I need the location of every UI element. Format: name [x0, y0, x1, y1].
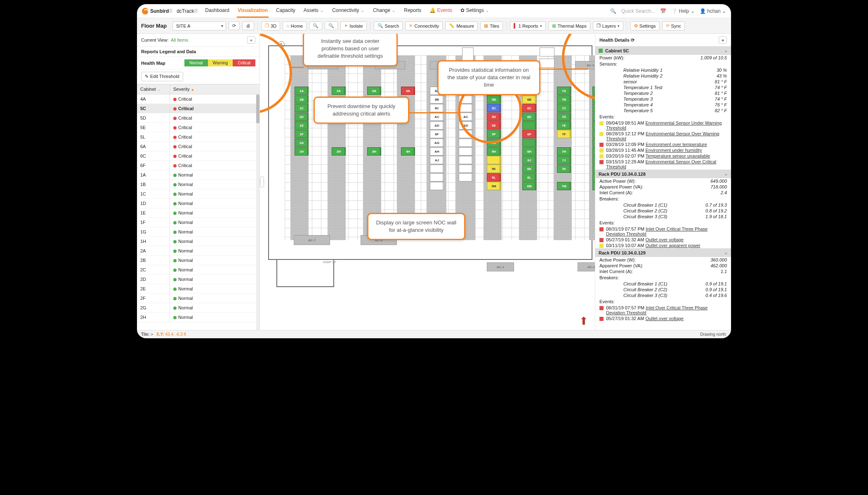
table-row[interactable]: 1HNormal: [137, 237, 259, 246]
home-button[interactable]: ⌂Home: [283, 21, 307, 31]
rack-7B[interactable]: 7B: [557, 95, 571, 104]
rack-7E[interactable]: 7E: [557, 121, 571, 130]
table-row[interactable]: 6FCritical: [137, 161, 259, 170]
event-row[interactable]: 08/31/19 07:57 PM Inlet Over Critical Th…: [595, 226, 731, 237]
rack-1E[interactable]: 1E: [295, 121, 309, 130]
rack-6F[interactable]: 6F: [522, 130, 536, 138]
tab-events[interactable]: 🔔 Events: [429, 4, 453, 18]
event-row[interactable]: 05/27/19 01:32 AM Outlet over voltage: [595, 237, 731, 243]
rack-AJ[interactable]: AJ: [430, 156, 444, 164]
rack-AG[interactable]: AG: [430, 139, 444, 147]
pdu2-section-bar[interactable]: Rack PDU 10.34.0.129⌄: [595, 248, 731, 257]
tab-visualization[interactable]: Visualization: [237, 4, 269, 18]
rack-8J[interactable]: 8J: [592, 156, 595, 164]
rack-blank[interactable]: [459, 130, 473, 138]
tab-reports[interactable]: Reports: [403, 4, 422, 18]
rack-7F[interactable]: 7F: [557, 130, 571, 138]
rack-7C[interactable]: 7C: [557, 104, 571, 112]
table-row[interactable]: 1FNormal: [137, 218, 259, 227]
col-severity[interactable]: Severity: [170, 85, 259, 94]
table-row[interactable]: 1DNormal: [137, 199, 259, 208]
event-row[interactable]: 03/28/19 11:45 AM Environment under humi…: [595, 147, 731, 153]
rack-4A[interactable]: 4A: [401, 87, 415, 95]
rack-7K[interactable]: 7K: [557, 165, 571, 173]
tab-assets[interactable]: Assets ⌄: [303, 4, 325, 18]
table-row[interactable]: 2BNormal: [137, 256, 259, 265]
current-view-value[interactable]: All Items: [171, 38, 188, 42]
rack-blank[interactable]: [430, 173, 444, 182]
event-row[interactable]: 03/15/19 12:29 AM Environmental Sensor O…: [595, 159, 731, 170]
rack-8F[interactable]: 8F: [592, 130, 595, 138]
table-row[interactable]: 2ENormal: [137, 284, 259, 294]
collapse-right-button[interactable]: »: [719, 36, 727, 44]
rack-blank[interactable]: [522, 139, 536, 147]
event-row[interactable]: 08/28/19 12:12 PM Environmental Sensor O…: [595, 131, 731, 141]
rack-5M[interactable]: 5M: [487, 182, 501, 190]
cabinet-section-bar[interactable]: Cabinet 5C⌄: [595, 46, 731, 55]
rack-blank[interactable]: [459, 173, 473, 182]
rack-8K[interactable]: 8K: [592, 165, 595, 173]
reports-button[interactable]: ▌1 Reports: [510, 21, 546, 31]
rack-5F[interactable]: 5F: [487, 130, 501, 138]
event-row[interactable]: 09/04/19 08:51 AM Environmental Sensor U…: [595, 120, 731, 131]
rack-AC[interactable]: AC: [459, 113, 473, 121]
rack-5E[interactable]: 5E: [487, 121, 501, 130]
rack-blank[interactable]: [430, 182, 444, 190]
table-row[interactable]: 5DCritical: [137, 113, 259, 123]
rack-1D[interactable]: 1D: [295, 113, 309, 121]
rack-5B[interactable]: 5B: [487, 95, 501, 104]
rack-blank[interactable]: [430, 165, 444, 173]
table-row[interactable]: 5ECritical: [137, 123, 259, 132]
tiles-button[interactable]: ▦Tiles: [480, 21, 503, 31]
table-row[interactable]: 1GNormal: [137, 227, 259, 237]
search-icon[interactable]: 🔍: [610, 8, 616, 14]
rack-5D[interactable]: 5D: [487, 113, 501, 121]
table-row[interactable]: 2FNormal: [137, 294, 259, 303]
event-row[interactable]: 03/11/19 10:07 AM Outlet over apparent p…: [595, 243, 731, 248]
pdu1-section-bar[interactable]: Rack PDU 10.34.0.128⌄: [595, 170, 731, 178]
rack-blank[interactable]: [459, 95, 473, 104]
3d-button[interactable]: ❒3D: [261, 21, 280, 31]
zoom-in-button[interactable]: 🔍: [309, 21, 322, 30]
table-row[interactable]: 5LCritical: [137, 132, 259, 142]
panel-resize-handle[interactable]: ⋮⋮: [260, 177, 264, 187]
rack-6B[interactable]: 6B: [522, 95, 536, 104]
table-row[interactable]: 4ACritical: [137, 94, 259, 104]
rack-6L[interactable]: 6L: [522, 173, 536, 182]
measure-button[interactable]: 📏Measure: [445, 21, 478, 31]
event-row[interactable]: 03/20/19 02:07 PM Temperature sensor una…: [595, 153, 731, 159]
col-cabinet[interactable]: Cabinet ⌄: [137, 85, 170, 94]
rack-blank[interactable]: [522, 121, 536, 130]
rack-1F[interactable]: 1F: [295, 130, 309, 138]
rack-1H[interactable]: 1H: [295, 147, 309, 156]
rack-1C[interactable]: 1C: [295, 104, 309, 112]
event-row[interactable]: 03/28/19 12:09 PM Environment over tempe…: [595, 141, 731, 147]
rack-8B[interactable]: 8B: [430, 95, 444, 104]
table-row[interactable]: 6CCritical: [137, 151, 259, 161]
rack-8G[interactable]: 8G: [592, 139, 595, 147]
table-row[interactable]: 1CNormal: [137, 189, 259, 199]
table-row[interactable]: 6ACritical: [137, 142, 259, 151]
rack-8D[interactable]: 8D: [592, 113, 595, 121]
search-button[interactable]: 🔍Search: [374, 21, 403, 31]
table-row[interactable]: 1BNormal: [137, 180, 259, 189]
rack-1B[interactable]: 1B: [295, 95, 309, 104]
ac-unit[interactable]: AC-1: [487, 262, 514, 271]
rack-blank[interactable]: [459, 104, 473, 112]
site-select[interactable]: SITE A: [172, 21, 226, 31]
rack-AD[interactable]: AD: [430, 121, 444, 130]
rack-8C[interactable]: 8C: [430, 104, 444, 112]
rack-5L[interactable]: 5L: [487, 173, 501, 182]
table-row[interactable]: 2CNormal: [137, 265, 259, 275]
edit-threshold-button[interactable]: ✎Edit Threshold: [141, 72, 183, 81]
zoom-out-button[interactable]: 🔍: [325, 21, 338, 30]
user-menu[interactable]: 👤 hchan ⌄: [700, 8, 726, 14]
sync-button[interactable]: ⟳Sync: [662, 21, 685, 31]
help-menu[interactable]: ❔ Help ⌄: [671, 8, 694, 14]
tab-capacity[interactable]: Capacity: [275, 4, 296, 18]
thermal-button[interactable]: ▦Thermal Maps: [548, 21, 590, 31]
rack-7M[interactable]: 7M: [557, 182, 571, 190]
rack-6H[interactable]: 6H: [522, 147, 536, 156]
layers-button[interactable]: ❐Layers: [593, 21, 623, 31]
table-row[interactable]: 2GNormal: [137, 303, 259, 313]
